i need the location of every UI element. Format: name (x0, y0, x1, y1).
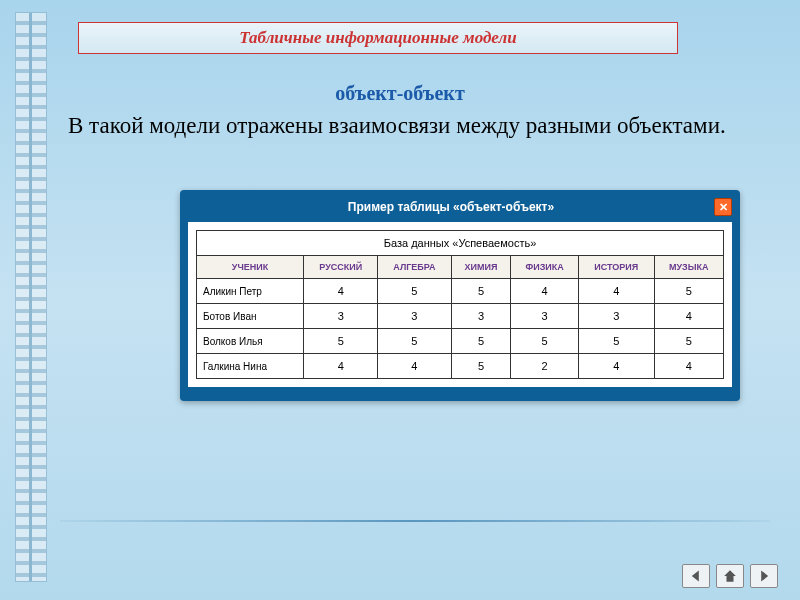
grade-cell: 4 (654, 304, 723, 329)
arrow-left-icon (689, 569, 703, 583)
db-title: База данных «Успеваемость» (197, 231, 724, 256)
grade-cell: 5 (378, 279, 451, 304)
separator-line (60, 520, 770, 522)
col-header: ИСТОРИЯ (578, 256, 654, 279)
prev-button[interactable] (682, 564, 710, 588)
student-name: Волков Илья (197, 329, 304, 354)
close-icon[interactable]: ✕ (714, 198, 732, 216)
col-header: МУЗЫКА (654, 256, 723, 279)
title-bar: Табличные информационные модели (78, 22, 678, 54)
grade-cell: 5 (304, 329, 378, 354)
svg-marker-1 (724, 570, 736, 582)
student-name: Ботов Иван (197, 304, 304, 329)
next-button[interactable] (750, 564, 778, 588)
svg-marker-2 (761, 570, 768, 581)
student-name: Галкина Нина (197, 354, 304, 379)
grade-cell: 5 (654, 279, 723, 304)
col-header: РУССКИЙ (304, 256, 378, 279)
body-paragraph: В такой модели отражены взаимосвязи межд… (68, 112, 728, 141)
grade-cell: 4 (578, 354, 654, 379)
grade-cell: 5 (451, 279, 511, 304)
title-bar-text: Табличные информационные модели (239, 28, 516, 48)
svg-marker-0 (692, 570, 699, 581)
window-body: База данных «Успеваемость» УЧЕНИК РУССКИ… (188, 222, 732, 387)
student-name: Аликин Петр (197, 279, 304, 304)
table-row: Аликин Петр 4 5 5 4 4 5 (197, 279, 724, 304)
grade-cell: 2 (511, 354, 579, 379)
grade-cell: 4 (578, 279, 654, 304)
grade-cell: 3 (304, 304, 378, 329)
table-row: Ботов Иван 3 3 3 3 3 4 (197, 304, 724, 329)
col-header: УЧЕНИК (197, 256, 304, 279)
table-header-row: УЧЕНИК РУССКИЙ АЛГЕБРА ХИМИЯ ФИЗИКА ИСТО… (197, 256, 724, 279)
grade-cell: 4 (304, 279, 378, 304)
section-subtitle: объект-объект (0, 82, 800, 105)
home-icon (723, 569, 737, 583)
grade-cell: 5 (511, 329, 579, 354)
grade-cell: 3 (578, 304, 654, 329)
grade-cell: 5 (654, 329, 723, 354)
table-row: Галкина Нина 4 4 5 2 4 4 (197, 354, 724, 379)
window-title: Пример таблицы «объект-объект» (188, 200, 714, 214)
grade-cell: 5 (378, 329, 451, 354)
grade-cell: 3 (451, 304, 511, 329)
home-button[interactable] (716, 564, 744, 588)
grade-cell: 5 (451, 329, 511, 354)
window-header: Пример таблицы «объект-объект» ✕ (188, 196, 732, 222)
grades-table: База данных «Успеваемость» УЧЕНИК РУССКИ… (196, 230, 724, 379)
col-header: ХИМИЯ (451, 256, 511, 279)
grade-cell: 3 (378, 304, 451, 329)
grade-cell: 5 (451, 354, 511, 379)
grade-cell: 3 (511, 304, 579, 329)
grade-cell: 4 (654, 354, 723, 379)
grade-cell: 4 (304, 354, 378, 379)
grade-cell: 4 (511, 279, 579, 304)
slide-nav (682, 564, 778, 588)
table-row: Волков Илья 5 5 5 5 5 5 (197, 329, 724, 354)
arrow-right-icon (757, 569, 771, 583)
example-table-window: Пример таблицы «объект-объект» ✕ База да… (180, 190, 740, 401)
grade-cell: 5 (578, 329, 654, 354)
col-header: ФИЗИКА (511, 256, 579, 279)
grade-cell: 4 (378, 354, 451, 379)
col-header: АЛГЕБРА (378, 256, 451, 279)
